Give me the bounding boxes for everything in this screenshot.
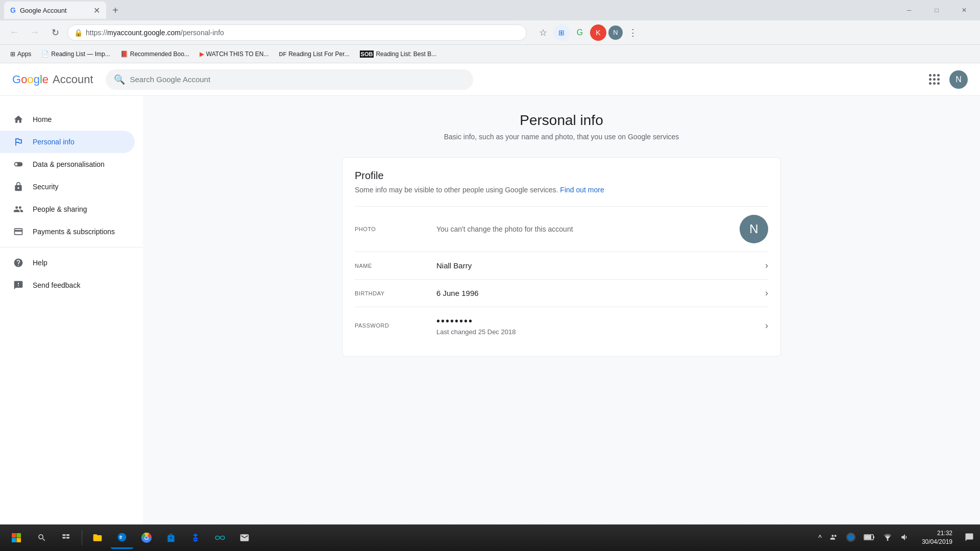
- name-row[interactable]: NAME Niall Barry ›: [355, 252, 768, 279]
- dot: [933, 74, 936, 77]
- sidebar-item-security[interactable]: Security: [0, 176, 135, 198]
- system-tray-up-icon[interactable]: ^: [816, 532, 824, 544]
- taskbar-store-button[interactable]: [160, 527, 182, 549]
- bookmark-reading-best[interactable]: SOB Reading List: Best B...: [356, 48, 441, 60]
- taskbar-edge-browser[interactable]: e: [111, 527, 133, 549]
- url-domain: myaccount.google.com: [107, 29, 181, 37]
- people-icon[interactable]: [828, 531, 840, 545]
- svg-rect-0: [12, 533, 16, 538]
- sidebar-main-section: Home Personal info Data & personalisatio…: [0, 104, 143, 247]
- sidebar-item-people-sharing-label: People & sharing: [33, 205, 87, 213]
- logo-e: e: [42, 73, 48, 86]
- svg-point-13: [887, 539, 888, 540]
- reload-button[interactable]: ↻: [47, 24, 63, 41]
- dot: [929, 82, 932, 85]
- notification-icon[interactable]: [963, 531, 976, 545]
- dot: [933, 82, 936, 85]
- taskbar-task-view-button[interactable]: [55, 527, 78, 549]
- photo-row[interactable]: PHOTO You can't change the photo for thi…: [355, 206, 768, 252]
- bookmark-apps-label: Apps: [17, 51, 31, 58]
- photo-avatar: N: [740, 215, 768, 243]
- card-subtitle: Some info may be visible to other people…: [355, 186, 768, 194]
- active-tab[interactable]: G Google Account ✕: [4, 2, 106, 19]
- url-path: /personal-info: [181, 29, 224, 37]
- google-account-logo: Google Account: [12, 73, 93, 86]
- maximize-button[interactable]: □: [925, 2, 948, 19]
- dot: [929, 74, 932, 77]
- logo-o1: o: [21, 73, 27, 86]
- volume-icon[interactable]: [898, 531, 912, 545]
- taskbar-dropbox[interactable]: [184, 527, 207, 549]
- star-bookmark-button[interactable]: ☆: [535, 24, 551, 41]
- header-avatar-small[interactable]: N: [608, 26, 623, 40]
- bookmark-recommended[interactable]: 📕 Recommended Boo...: [116, 48, 193, 60]
- extension-icon-2[interactable]: G: [572, 24, 588, 41]
- taskbar-chrome-browser[interactable]: [135, 527, 158, 549]
- birthday-value: 6 June 1996: [436, 289, 765, 297]
- logo-g: G: [12, 73, 21, 86]
- clock-date: 30/04/2019: [922, 538, 952, 546]
- sidebar-bottom-section: Help Send feedback: [0, 247, 143, 300]
- taskbar-mail[interactable]: [233, 527, 256, 549]
- new-tab-button[interactable]: +: [108, 3, 122, 17]
- reading-best-icon: SOB: [360, 51, 374, 58]
- sidebar-item-help[interactable]: Help: [0, 252, 135, 274]
- password-label: PASSWORD: [355, 322, 436, 329]
- sidebar-item-home-label: Home: [33, 115, 52, 123]
- page-title: Personal info: [167, 112, 955, 129]
- sidebar-item-personal-info[interactable]: Personal info: [0, 131, 135, 153]
- bookmark-recommended-label: Recommended Boo...: [130, 51, 189, 58]
- extension-icon-1[interactable]: ⊞: [553, 24, 570, 41]
- password-arrow-icon: ›: [765, 320, 768, 331]
- back-button[interactable]: ←: [6, 24, 22, 41]
- apps-icon-button[interactable]: [925, 70, 943, 89]
- tab-title: Google Account: [20, 7, 67, 14]
- taskbar-file-explorer[interactable]: [86, 527, 109, 549]
- bookmark-reading-per-label: Reading List For Per...: [288, 51, 349, 58]
- minimize-button[interactable]: ─: [897, 2, 921, 19]
- sidebar-item-data-personalisation[interactable]: Data & personalisation: [0, 153, 135, 176]
- home-icon: [12, 114, 24, 124]
- google-account-header: Google Account 🔍: [0, 63, 980, 96]
- address-bar: ← → ↻ 🔒 https://myaccount.google.com/per…: [0, 20, 980, 45]
- system-clock[interactable]: 21:32 30/04/2019: [916, 529, 959, 546]
- name-label: NAME: [355, 263, 436, 269]
- sidebar-item-people-sharing[interactable]: People & sharing: [0, 198, 135, 220]
- sidebar-item-security-label: Security: [33, 183, 59, 191]
- page-subtitle: Basic info, such as your name and photo,…: [167, 133, 955, 141]
- svg-text:e: e: [119, 534, 122, 540]
- sidebar-item-send-feedback[interactable]: Send feedback: [0, 274, 135, 296]
- birthday-row[interactable]: BIRTHDAY 6 June 1996 ›: [355, 279, 768, 307]
- extension-icon-3[interactable]: K: [590, 24, 606, 41]
- svg-rect-3: [16, 538, 21, 542]
- wifi-icon[interactable]: [881, 532, 894, 544]
- reading-list-imp-icon: 📄: [41, 51, 49, 58]
- user-avatar[interactable]: N: [949, 70, 968, 89]
- bookmark-reading-list-imp[interactable]: 📄 Reading List — Imp...: [37, 48, 114, 60]
- start-button[interactable]: [4, 528, 29, 548]
- header-right: N: [925, 70, 968, 89]
- search-input[interactable]: [130, 75, 465, 84]
- grid-dots: [929, 74, 940, 85]
- tab-close-button[interactable]: ✕: [93, 6, 100, 15]
- password-row[interactable]: PASSWORD •••••••• Last changed 25 Dec 20…: [355, 307, 768, 344]
- logo-google-text: Google: [12, 73, 48, 86]
- bookmark-watch[interactable]: ▶ WATCH THIS TO EN...: [195, 48, 273, 60]
- sidebar-item-payments[interactable]: Payments & subscriptions: [0, 220, 135, 243]
- tab-favicon: G: [10, 6, 16, 14]
- sidebar-item-home[interactable]: Home: [0, 108, 135, 131]
- menu-button[interactable]: ⋮: [625, 24, 641, 41]
- search-bar[interactable]: 🔍: [106, 69, 473, 90]
- taskbar-infinity-app[interactable]: [209, 527, 231, 549]
- taskbar: e ^: [0, 524, 980, 551]
- svg-point-9: [145, 536, 148, 539]
- bookmark-apps[interactable]: ⊞ Apps: [6, 48, 35, 60]
- taskbar-help-icon[interactable]: [844, 531, 857, 545]
- battery-icon[interactable]: [862, 532, 877, 544]
- close-button[interactable]: ✕: [952, 2, 976, 19]
- taskbar-search-button[interactable]: [31, 527, 53, 549]
- url-bar[interactable]: 🔒 https://myaccount.google.com/personal-…: [67, 24, 527, 41]
- forward-button[interactable]: →: [27, 24, 43, 41]
- find-out-more-link[interactable]: Find out more: [560, 186, 604, 194]
- bookmark-reading-per[interactable]: DF Reading List For Per...: [275, 48, 354, 60]
